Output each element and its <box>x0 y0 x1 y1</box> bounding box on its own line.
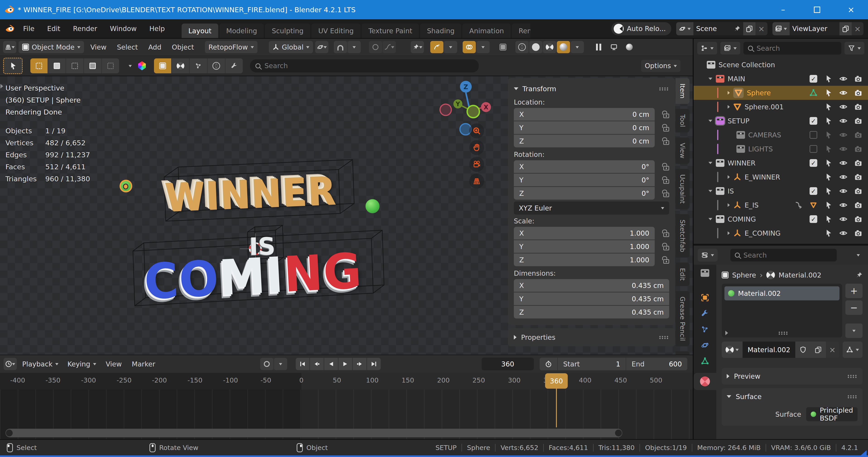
location-y-field[interactable]: Y0 cm <box>514 121 655 134</box>
checkbox-icon[interactable]: ✓ <box>810 215 817 223</box>
transform-orientation[interactable]: Global <box>269 41 313 53</box>
close-button[interactable]: × <box>834 0 868 19</box>
filter-material-button[interactable] <box>172 58 189 73</box>
rotation-x-field[interactable]: X0° <box>514 160 655 173</box>
camera-icon[interactable] <box>854 103 862 111</box>
timeline-scrollbar[interactable] <box>5 429 622 437</box>
tab-rendering[interactable]: Rendering <box>512 24 530 38</box>
snap-toggle[interactable] <box>334 41 347 53</box>
eye-icon[interactable] <box>839 229 847 237</box>
eye-icon[interactable] <box>839 117 847 125</box>
material-name-field[interactable]: Material.002 <box>743 341 795 358</box>
properties-collapsed-panel[interactable]: Properties <box>508 328 675 346</box>
show-gizmo-toggle[interactable] <box>430 41 443 53</box>
proportional-falloff-button[interactable] <box>383 41 396 53</box>
pause-render-button[interactable] <box>592 41 605 53</box>
maximize-button[interactable] <box>800 0 834 19</box>
minimize-button[interactable]: – <box>766 0 800 19</box>
shading-rendered-button[interactable] <box>557 41 570 53</box>
lock-icon[interactable] <box>663 140 669 145</box>
rotation-z-field[interactable]: Z0° <box>514 187 655 200</box>
tab-edit[interactable]: Edit <box>676 263 689 286</box>
collapse-icon[interactable] <box>709 162 712 164</box>
select-mode-extend[interactable] <box>48 58 65 73</box>
rotation-mode-dropdown[interactable]: XYZ Euler <box>514 201 669 215</box>
scale-y-field[interactable]: Y1.000 <box>514 240 655 253</box>
outliner-row-e-winner[interactable]: E_WINNER <box>694 170 868 184</box>
tab-view[interactable]: View <box>676 137 689 164</box>
viewlayer-name[interactable]: ViewLayer <box>793 25 828 33</box>
lock-icon[interactable] <box>663 193 669 197</box>
checkbox-icon[interactable]: ✓ <box>810 117 817 125</box>
keying-menu[interactable]: Keying <box>64 358 100 370</box>
eye-icon[interactable] <box>839 187 847 195</box>
outliner-row-main[interactable]: MAIN ✓ <box>694 72 868 86</box>
lock-icon[interactable] <box>663 246 669 250</box>
camera-icon[interactable] <box>854 145 862 153</box>
chevron-down-icon[interactable] <box>857 254 860 258</box>
camera-icon[interactable] <box>854 215 862 223</box>
breadcrumb-material[interactable]: Material.002 <box>779 271 822 279</box>
selectable-icon[interactable] <box>824 131 832 139</box>
scene-unlink-button[interactable]: × <box>755 22 768 35</box>
sphere-object-small[interactable] <box>120 180 132 192</box>
editor-type-button[interactable] <box>3 41 16 53</box>
location-x-field[interactable]: X0 cm <box>514 108 655 121</box>
tab-item[interactable]: Item <box>676 78 689 104</box>
filter-world-button[interactable] <box>208 58 225 73</box>
next-keyframe-button[interactable] <box>353 358 366 370</box>
outliner-filter-button[interactable] <box>844 42 864 55</box>
menu-add[interactable]: Add <box>144 43 165 51</box>
xray-toggle[interactable] <box>496 41 509 53</box>
properties-search-input[interactable] <box>743 251 832 259</box>
eye-icon[interactable] <box>839 173 847 181</box>
grip-icon[interactable] <box>659 87 669 91</box>
menu-render[interactable]: Render <box>67 25 103 33</box>
outliner-row-is[interactable]: IS ✓ <box>694 184 868 198</box>
outliner-row-winner[interactable]: WINNER ✓ <box>694 156 868 170</box>
navigation-gizmo[interactable]: Y X Z <box>426 78 503 142</box>
camera-icon[interactable] <box>854 131 862 139</box>
new-material-button[interactable] <box>810 341 826 358</box>
shading-wireframe-button[interactable] <box>516 41 529 53</box>
select-mode-intersect[interactable] <box>102 58 119 73</box>
end-frame-field[interactable]: End600 <box>626 358 687 370</box>
location-z-field[interactable]: Z0 cm <box>514 135 655 148</box>
tab-object-icon[interactable] <box>701 294 709 302</box>
text-object-winner[interactable]: WINNER <box>165 169 338 221</box>
outliner-row-scene-collection[interactable]: Scene Collection <box>694 58 868 72</box>
unlink-material-button[interactable]: × <box>826 341 839 358</box>
jump-to-start-button[interactable] <box>296 358 309 370</box>
timeline-ruler[interactable]: -400 -350 -300 -250 -200 -150 -100 -50 0… <box>0 373 693 390</box>
outliner-row-e-is[interactable]: E_IS <box>694 198 868 212</box>
outliner-row-sphere-001[interactable]: Sphere.001 <box>694 100 868 114</box>
filter-object-button[interactable] <box>154 58 171 73</box>
properties-editor-type[interactable] <box>698 249 718 261</box>
filter-fluid-button[interactable] <box>190 58 207 73</box>
tab-sketchfab[interactable]: Sketchfab <box>676 214 689 258</box>
scale-x-field[interactable]: X1.000 <box>514 227 655 239</box>
pin-icon[interactable] <box>856 272 863 279</box>
outliner-row-setup[interactable]: SETUP ✓ <box>694 114 868 128</box>
tab-object-data-icon[interactable] <box>701 357 709 365</box>
material-filter-dropdown[interactable] <box>843 341 863 358</box>
visibility-dropdown[interactable] <box>411 41 424 53</box>
camera-icon[interactable] <box>854 173 862 181</box>
tab-animation[interactable]: Animation <box>462 24 510 38</box>
tab-ucupaint[interactable]: Ucupaint <box>676 169 689 209</box>
menu-select[interactable]: Select <box>113 43 142 51</box>
collapse-icon[interactable] <box>709 218 712 220</box>
collapse-icon[interactable] <box>514 87 518 90</box>
properties-search[interactable] <box>730 249 837 261</box>
play-reverse-button[interactable] <box>324 358 338 370</box>
selectable-icon[interactable] <box>824 159 832 167</box>
surface-panel-header[interactable]: Surface <box>722 388 863 405</box>
collapse-icon[interactable] <box>709 78 712 80</box>
selectable-icon[interactable] <box>824 187 832 195</box>
checkbox-icon[interactable] <box>810 131 817 139</box>
viewlayer-copy-button[interactable] <box>839 22 852 35</box>
tab-layout[interactable]: Layout <box>182 24 218 38</box>
eye-icon[interactable] <box>839 89 847 97</box>
collapse-icon[interactable] <box>709 120 712 122</box>
timeline-marker-menu[interactable]: Marker <box>128 360 159 368</box>
